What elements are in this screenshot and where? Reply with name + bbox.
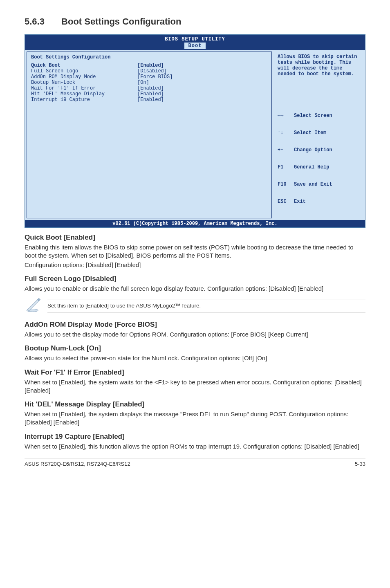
bios-item-value: [Enabled] bbox=[137, 63, 164, 68]
bios-item: Quick Boot [Enabled] bbox=[31, 63, 267, 68]
bios-key: ←→ bbox=[278, 113, 294, 119]
bios-item: Wait For 'F1' If Error [Enabled] bbox=[31, 85, 267, 91]
bios-key-text: Select Item bbox=[294, 130, 326, 136]
bios-item: Bootup Num-Lock [On] bbox=[31, 80, 267, 85]
bios-key: +- bbox=[278, 147, 294, 153]
bios-item-value: [On] bbox=[137, 80, 149, 85]
bios-footer: v02.61 (C)Copyright 1985-2009, American … bbox=[25, 220, 365, 227]
bios-item-value: [Enabled] bbox=[137, 85, 164, 91]
bios-item-label: Wait For 'F1' If Error bbox=[31, 85, 137, 91]
bios-item: Hit 'DEL' Message Display [Enabled] bbox=[31, 91, 267, 97]
bios-item-label: Quick Boot bbox=[31, 63, 137, 68]
bios-key-text: Change Option bbox=[294, 147, 332, 153]
bios-item-value: [Enabled] bbox=[137, 91, 164, 97]
bios-item-value: [Force BIOS] bbox=[137, 74, 173, 80]
bios-help-text: Allows BIOS to skip certain tests while … bbox=[278, 54, 359, 77]
body-text: When set to [Enabled], this function all… bbox=[25, 442, 365, 451]
bios-key-text: Save and Exit bbox=[294, 182, 332, 187]
bios-item-label: AddOn ROM Display Mode bbox=[31, 74, 137, 80]
body-text: When set to [Enabled], the system displa… bbox=[25, 410, 365, 427]
subheading-int19: Interrupt 19 Capture [Enabled] bbox=[25, 433, 365, 441]
note-icon bbox=[25, 296, 45, 315]
subheading-quickboot: Quick Boot [Enabled] bbox=[25, 233, 365, 242]
bios-panel-title: Boot Settings Configuration bbox=[31, 54, 267, 60]
bios-item-value: [Disabled] bbox=[137, 68, 167, 74]
bios-key-text: General Help bbox=[294, 164, 329, 170]
subheading-addon: AddOn ROM Display Mode [Force BIOS] bbox=[25, 321, 365, 329]
section-heading: 5.6.3 Boot Settings Configuration bbox=[25, 16, 365, 27]
body-text: Enabling this item allows the BIOS to sk… bbox=[25, 243, 365, 260]
bios-item: Full Screen Logo [Disabled] bbox=[31, 68, 267, 74]
bios-item-label: Hit 'DEL' Message Display bbox=[31, 91, 137, 97]
bios-key-text: Exit bbox=[294, 199, 306, 204]
bios-key-legend: ←→Select Screen ↑↓Select Item +-Change O… bbox=[278, 101, 359, 216]
subheading-fullscreen: Full Screen Logo [Disabled] bbox=[25, 275, 365, 283]
section-number: 5.6.3 bbox=[25, 16, 45, 27]
bios-key: ESC bbox=[278, 199, 294, 204]
bios-item-label: Bootup Num-Lock bbox=[31, 80, 137, 85]
note-text: Set this item to [Enabled] to use the AS… bbox=[47, 299, 365, 312]
bios-header: BIOS SETUP UTILITY Boot bbox=[25, 35, 365, 50]
bios-key: F10 bbox=[278, 182, 294, 187]
bios-item: AddOn ROM Display Mode [Force BIOS] bbox=[31, 74, 267, 80]
bios-screenshot: BIOS SETUP UTILITY Boot Boot Settings Co… bbox=[25, 34, 365, 228]
bios-item-label: Interrupt 19 Capture bbox=[31, 97, 137, 103]
bios-key-text: Select Screen bbox=[294, 113, 332, 119]
note-callout: Set this item to [Enabled] to use the AS… bbox=[25, 296, 365, 315]
page-footer: ASUS RS720Q-E6/RS12, RS724Q-E6/RS12 5-33 bbox=[25, 458, 365, 467]
body-text: Configuration options: [Disabled] [Enabl… bbox=[25, 261, 365, 269]
bios-left-panel: Boot Settings Configuration Quick Boot [… bbox=[27, 52, 272, 218]
bios-item-value: [Enabled] bbox=[137, 97, 164, 103]
body-text: Allows you to enable or disable the full… bbox=[25, 285, 365, 293]
bios-tab-boot: Boot bbox=[184, 43, 206, 49]
subheading-hitdel: Hit 'DEL' Message Display [Enabled] bbox=[25, 400, 365, 408]
bios-header-title: BIOS SETUP UTILITY bbox=[25, 36, 365, 42]
body-text: Allows you to set the display mode for O… bbox=[25, 330, 365, 339]
subheading-waitf1: Wait For 'F1' If Error [Enabled] bbox=[25, 368, 365, 377]
body-text: When set to [Enabled], the system waits … bbox=[25, 378, 365, 395]
bios-item: Interrupt 19 Capture [Enabled] bbox=[31, 97, 267, 103]
subheading-numlock: Bootup Num-Lock [On] bbox=[25, 344, 365, 352]
bios-key: F1 bbox=[278, 164, 294, 170]
footer-left: ASUS RS720Q-E6/RS12, RS724Q-E6/RS12 bbox=[25, 461, 130, 467]
section-title: Boot Settings Configuration bbox=[61, 16, 181, 27]
bios-item-label: Full Screen Logo bbox=[31, 68, 137, 74]
bios-right-panel: Allows BIOS to skip certain tests while … bbox=[273, 52, 363, 218]
body-text: Allows you to select the power-on state … bbox=[25, 354, 365, 362]
footer-right: 5-33 bbox=[355, 461, 365, 467]
bios-key: ↑↓ bbox=[278, 130, 294, 136]
